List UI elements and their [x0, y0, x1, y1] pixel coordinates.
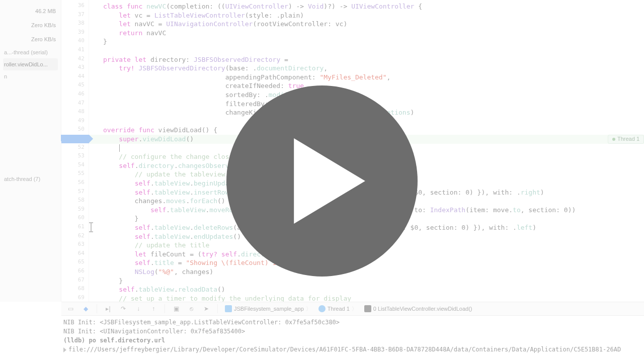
memory-gauge[interactable]: 46.2 MB	[3, 4, 58, 18]
code-line[interactable]	[103, 144, 119, 153]
step-over-icon[interactable]: ↷	[119, 305, 127, 313]
svg-marker-0	[294, 138, 365, 224]
code-line[interactable]: }	[103, 277, 123, 286]
line-number[interactable]: 39	[64, 29, 85, 35]
console-line: (lldb) po self.directory.url	[63, 336, 642, 345]
jump-bar-thread[interactable]: Thread 1 〉	[318, 305, 357, 313]
line-number[interactable]: 41	[64, 46, 85, 53]
text-caret	[119, 144, 120, 152]
line-number[interactable]: 59	[64, 206, 85, 212]
line-number[interactable]: 48	[64, 108, 85, 115]
code-line[interactable]: self.tableView.endUpdates()	[103, 232, 241, 241]
code-line[interactable]: createIfNeeded: true,	[103, 81, 308, 90]
app-icon	[225, 305, 232, 312]
hide-debug-area-icon[interactable]: ▭	[66, 305, 74, 313]
code-line[interactable]: // configure the change closure	[103, 152, 241, 161]
code-line[interactable]: // update the tableview	[103, 170, 225, 179]
step-into-icon[interactable]: ↓	[134, 305, 142, 313]
frame-icon	[364, 305, 371, 312]
thread-row[interactable]: atch-thread (7)	[3, 173, 58, 185]
thread-row[interactable]: a...-thread (serial)	[3, 46, 58, 58]
memory-graph-icon[interactable]: ⎋	[187, 305, 195, 313]
play-button[interactable]	[226, 85, 418, 277]
code-line[interactable]: }	[103, 37, 107, 46]
line-number[interactable]: 49	[64, 117, 85, 124]
code-line[interactable]: appendingPathComponent: "MyFiles_Deleted…	[103, 73, 390, 82]
code-line[interactable]: private let directory: JSBFSObservedDire…	[103, 55, 288, 64]
continue-icon[interactable]: ▸|	[104, 305, 112, 313]
line-number[interactable]: 46	[64, 90, 85, 97]
line-number[interactable]: 50	[64, 126, 85, 132]
code-line[interactable]: // update the title	[103, 241, 209, 250]
console-line: NIB Init: <JSBFilesystem_sample_app.List…	[63, 318, 642, 327]
line-number[interactable]: 53	[64, 152, 85, 159]
debug-view-hierarchy-icon[interactable]: ▣	[172, 305, 180, 313]
line-number[interactable]: 62	[64, 232, 85, 239]
line-number[interactable]: 38	[64, 20, 85, 26]
line-number[interactable]: 63	[64, 241, 85, 247]
debug-toolbar: ▭ ◆ ▸| ↷ ↓ ↑ ▣ ⎋ ➤ JSBFilesystem_sample_…	[61, 302, 644, 316]
code-line[interactable]: class func newVC(completion: ((UIViewCon…	[103, 2, 422, 11]
thread-icon	[318, 305, 326, 312]
line-number[interactable]: 67	[64, 277, 85, 283]
line-number[interactable]: 55	[64, 170, 85, 176]
ibeam-cursor	[91, 223, 92, 231]
code-line[interactable]: NSLog("%@", changes)	[103, 267, 213, 277]
debug-navigator-sidebar[interactable]: 46.2 MB Zero KB/s Zero KB/s a...-thread …	[0, 0, 61, 302]
console-line: file:///Users/jeffreybergier/Library/Dev…	[63, 345, 642, 354]
stackframe-row[interactable]: n	[3, 70, 58, 82]
disclosure-triangle-icon[interactable]	[63, 347, 66, 352]
line-number[interactable]: 64	[64, 250, 85, 256]
line-number[interactable]: 68	[64, 285, 85, 292]
line-number[interactable]: 43	[64, 64, 85, 70]
thread-indicator[interactable]: Thread 1	[608, 135, 644, 144]
code-line[interactable]: let navVC = UINavigationController(rootV…	[103, 20, 347, 29]
debug-console[interactable]: NIB Init: <JSBFilesystem_sample_app.List…	[61, 316, 644, 362]
code-line[interactable]: super.viewDidLoad()	[103, 135, 194, 144]
step-out-icon[interactable]: ↑	[149, 305, 157, 313]
root: 46.2 MB Zero KB/s Zero KB/s a...-thread …	[0, 0, 644, 362]
code-line[interactable]: return navVC	[103, 29, 166, 38]
code-line[interactable]: self.tableView.reloadData()	[103, 285, 225, 294]
code-line[interactable]: override func viewDidLoad() {	[103, 126, 217, 135]
line-number[interactable]: 54	[64, 161, 85, 168]
line-number[interactable]: 57	[64, 188, 85, 195]
line-number[interactable]: 40	[64, 37, 85, 44]
line-number[interactable]: 60	[64, 214, 85, 221]
instruction-pointer-marker	[61, 135, 89, 143]
console-line: NIB Init: <UINavigationController: 0x7fe…	[63, 327, 642, 336]
jump-bar-process[interactable]: JSBFilesystem_sample_app 〉	[225, 305, 311, 313]
code-line[interactable]: let vc = ListTableViewController(style: …	[103, 11, 304, 20]
code-line[interactable]: filteredBy: nil,	[103, 100, 288, 109]
code-line[interactable]: try! JSBFSObservedDirectory(base: .docum…	[103, 64, 328, 73]
line-number[interactable]: 36	[64, 2, 85, 9]
line-number[interactable]: 61	[64, 223, 85, 230]
line-number[interactable]: 52	[64, 144, 85, 150]
code-line[interactable]: }	[103, 214, 138, 223]
play-icon	[292, 138, 367, 224]
network-out[interactable]: Zero KB/s	[3, 32, 58, 46]
line-number[interactable]: 47	[64, 100, 85, 106]
line-number[interactable]: 69	[64, 294, 85, 301]
line-number[interactable]: 58	[64, 197, 85, 203]
line-number[interactable]: 66	[64, 267, 85, 274]
line-number[interactable]: 37	[64, 11, 85, 18]
line-number-gutter[interactable]: 3637383940414243444546474849505152535455…	[61, 0, 89, 302]
stackframe-selected[interactable]: roller.viewDidLo...	[3, 58, 58, 70]
jump-bar-frame[interactable]: 0 ListTableViewController.viewDidLoad()	[364, 305, 472, 312]
network-in[interactable]: Zero KB/s	[3, 18, 58, 32]
breakpoints-icon[interactable]: ◆	[82, 305, 90, 313]
line-number[interactable]: 42	[64, 55, 85, 62]
line-number[interactable]: 44	[64, 73, 85, 79]
simulate-location-icon[interactable]: ➤	[202, 305, 210, 313]
line-number[interactable]: 45	[64, 81, 85, 88]
code-line[interactable]: self.title = "Showing \(fileCount) Items…	[103, 258, 296, 267]
line-number[interactable]: 56	[64, 179, 85, 186]
line-number[interactable]: 65	[64, 258, 85, 265]
